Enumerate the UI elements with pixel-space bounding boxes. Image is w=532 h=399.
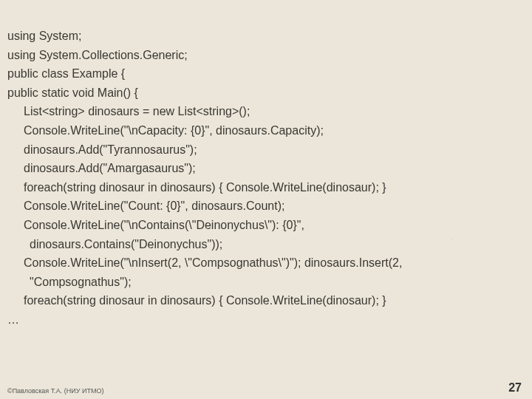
code-line: foreach(string dinosaur in dinosaurs) { … bbox=[7, 291, 525, 310]
code-line: dinosaurs.Add("Amargasaurus"); bbox=[7, 159, 525, 178]
code-ellipsis: … bbox=[7, 310, 525, 330]
code-line: Console.WriteLine("\nContains(\"Deinonyc… bbox=[7, 216, 525, 235]
code-line: List<string> dinosaurs = new List<string… bbox=[7, 102, 525, 121]
code-line: using System.Collections.Generic; bbox=[7, 46, 525, 65]
code-line: dinosaurs.Contains("Deinonychus")); bbox=[7, 235, 525, 254]
code-line: using System; bbox=[7, 27, 525, 46]
code-line: foreach(string dinosaur in dinosaurs) { … bbox=[7, 178, 525, 197]
page-number: 27 bbox=[508, 381, 522, 395]
code-line: public class Example { bbox=[7, 64, 525, 83]
code-line: Console.WriteLine("\nInsert(2, \"Compsog… bbox=[7, 253, 525, 273]
code-line: public static void Main() { bbox=[7, 83, 525, 103]
code-line: Console.WriteLine("Count: {0}", dinosaur… bbox=[7, 197, 525, 216]
footer-author: ©Павловская Т.А. (НИУ ИТМО) bbox=[7, 387, 103, 395]
slide-content: using System; using System.Collections.G… bbox=[0, 0, 532, 330]
code-line: Console.WriteLine("\nCapacity: {0}", din… bbox=[7, 121, 525, 140]
code-line: dinosaurs.Add("Tyrannosaurus"); bbox=[7, 140, 525, 160]
code-line: "Compsognathus"); bbox=[7, 273, 525, 292]
